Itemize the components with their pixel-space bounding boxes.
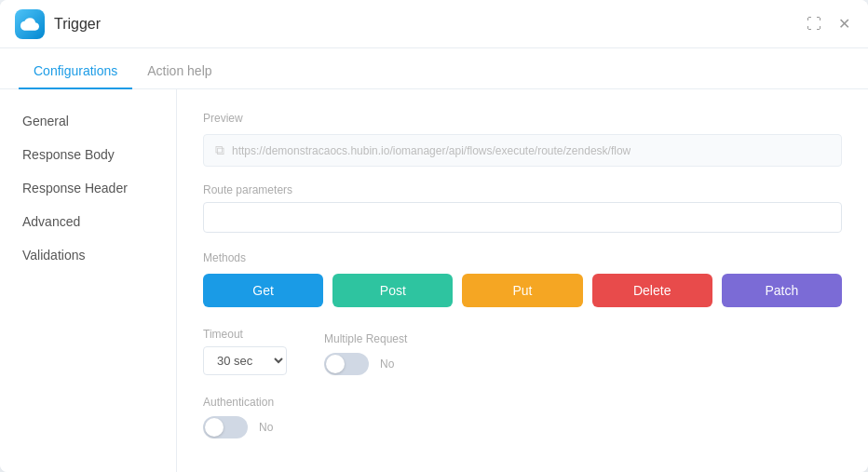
sidebar-item-response-header[interactable]: Response Header xyxy=(0,171,176,205)
preview-box: ⧉ https://demonstracaocs.hubin.io/iomana… xyxy=(203,134,842,167)
methods-label: Methods xyxy=(203,251,842,264)
authentication-toggle-knob xyxy=(205,418,224,437)
authentication-toggle-row: No xyxy=(203,416,842,438)
timeout-label: Timeout xyxy=(203,328,287,341)
multiple-request-toggle-knob xyxy=(326,355,345,373)
authentication-toggle-label: No xyxy=(259,421,273,434)
method-delete-button[interactable]: Delete xyxy=(592,274,712,307)
cloud-icon xyxy=(20,15,39,34)
title-left: Trigger xyxy=(15,9,101,39)
methods-row: Get Post Put Delete Patch xyxy=(203,274,842,307)
multiple-request-toggle[interactable] xyxy=(324,353,369,375)
authentication-label: Authentication xyxy=(203,396,842,409)
preview-url: https://demonstracaocs.hubin.io/iomanage… xyxy=(232,144,631,157)
window-title: Trigger xyxy=(54,16,101,33)
timeout-group: Timeout 30 sec 10 sec 60 sec 120 sec xyxy=(203,328,287,375)
copy-icon: ⧉ xyxy=(215,142,224,158)
route-parameters-input[interactable] xyxy=(203,202,842,233)
title-bar: Trigger ⛶ ✕ xyxy=(0,0,868,48)
route-parameters-label: Route parameters xyxy=(203,183,842,196)
main-content: General Response Body Response Header Ad… xyxy=(0,89,868,472)
method-patch-button[interactable]: Patch xyxy=(722,274,842,307)
app-icon xyxy=(15,9,45,39)
method-post-button[interactable]: Post xyxy=(332,274,453,307)
authentication-section: Authentication No xyxy=(203,396,842,438)
main-window: Trigger ⛶ ✕ Configurations Action help G… xyxy=(0,0,868,472)
method-get-button[interactable]: Get xyxy=(203,274,323,307)
sidebar-item-general[interactable]: General xyxy=(0,104,176,138)
title-controls: ⛶ ✕ xyxy=(805,15,853,34)
multiple-request-group: Multiple Request No xyxy=(324,332,407,375)
expand-button[interactable]: ⛶ xyxy=(805,15,823,34)
close-button[interactable]: ✕ xyxy=(834,15,853,34)
preview-label: Preview xyxy=(203,112,842,125)
sidebar-item-response-body[interactable]: Response Body xyxy=(0,138,176,171)
timeout-select[interactable]: 30 sec 10 sec 60 sec 120 sec xyxy=(203,346,287,375)
options-row: Timeout 30 sec 10 sec 60 sec 120 sec Mul… xyxy=(203,328,842,375)
multiple-request-toggle-row: No xyxy=(324,353,407,375)
sidebar: General Response Body Response Header Ad… xyxy=(0,89,177,472)
tabs-bar: Configurations Action help xyxy=(0,48,868,89)
tab-configurations[interactable]: Configurations xyxy=(19,54,132,89)
multiple-request-toggle-label: No xyxy=(380,357,394,371)
tab-action-help[interactable]: Action help xyxy=(132,54,226,89)
sidebar-item-validations[interactable]: Validations xyxy=(0,238,176,272)
content-area: Preview ⧉ https://demonstracaocs.hubin.i… xyxy=(177,89,868,472)
method-put-button[interactable]: Put xyxy=(462,274,582,307)
multiple-request-label: Multiple Request xyxy=(324,332,407,345)
sidebar-item-advanced[interactable]: Advanced xyxy=(0,205,176,238)
authentication-toggle[interactable] xyxy=(203,416,248,438)
